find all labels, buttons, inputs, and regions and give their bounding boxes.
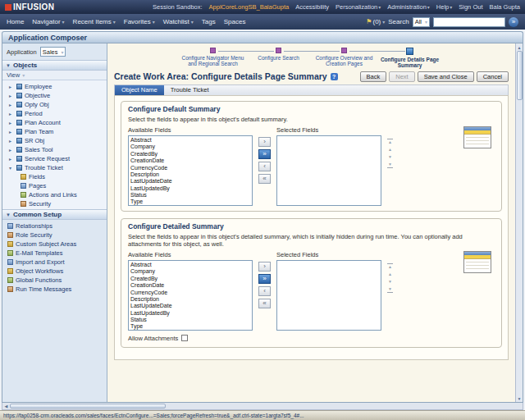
list-item[interactable]: Status — [130, 192, 250, 199]
tree-item-plan-account[interactable]: ▸Plan Account — [2, 118, 107, 127]
selected-fields-list[interactable] — [276, 135, 381, 206]
common-setup-relationships[interactable]: Relationships — [2, 221, 107, 231]
selected-fields-list[interactable] — [276, 260, 381, 331]
back-button[interactable]: Back — [360, 71, 387, 82]
expand-icon[interactable]: ▸ — [9, 120, 14, 126]
list-item[interactable]: CreatedBy — [130, 276, 250, 282]
move-up-button[interactable]: ▲ — [387, 272, 393, 277]
tree-item-security[interactable]: Security — [2, 199, 107, 208]
sign-out-link[interactable]: Sign Out — [459, 3, 482, 11]
scroll-up-icon[interactable]: ▲ — [518, 43, 522, 51]
tree-item-actions-and-links[interactable]: Actions and Links — [2, 190, 107, 199]
list-item[interactable]: LastUpdatedBy — [130, 185, 250, 192]
train-step-2[interactable]: Configure Search — [246, 48, 312, 61]
common-setup-run-time-messages[interactable]: Run Time Messages — [2, 285, 107, 294]
remove-all-button[interactable]: « — [258, 299, 271, 308]
remove-button[interactable]: ‹ — [258, 162, 271, 171]
nav-recent-items[interactable]: Recent Items▾ — [73, 18, 116, 25]
train-step-3[interactable]: Configure Overview and Creation Pages — [312, 48, 377, 67]
tree-item-sales-tool[interactable]: ▸Sales Tool — [2, 145, 107, 154]
nav-spaces[interactable]: Spaces — [224, 18, 246, 25]
list-item[interactable]: Abstract — [130, 262, 250, 268]
expand-icon[interactable]: ▸ — [9, 111, 14, 116]
list-item[interactable]: LastUpdateDate — [130, 303, 250, 309]
tree-item-trouble-ticket[interactable]: ▾Trouble Ticket — [2, 163, 107, 172]
move-top-button[interactable]: ▲ — [387, 263, 393, 270]
list-item[interactable]: Type — [130, 199, 250, 205]
session-sandbox-link[interactable]: ApplCoreLongSB_BalaGupta — [209, 3, 290, 11]
nav-tags[interactable]: Tags — [202, 18, 216, 25]
list-item[interactable]: LastUpdatedBy — [130, 310, 250, 317]
view-menu[interactable]: View▾ — [2, 71, 107, 80]
save-and-close-button[interactable]: Save and Close — [418, 71, 474, 82]
help-menu[interactable]: Help▾ — [436, 3, 452, 11]
vertical-scrollbar[interactable]: ▲ ▼ — [515, 43, 523, 402]
expand-icon[interactable]: ▸ — [9, 138, 14, 144]
personalization-menu[interactable]: Personalization▾ — [336, 3, 381, 11]
available-fields-list[interactable]: Abstract Company CreatedBy CreationDate … — [128, 135, 253, 206]
scroll-left-icon[interactable]: ◀ — [2, 404, 10, 409]
move-button[interactable]: › — [258, 262, 271, 272]
list-item[interactable]: CreationDate — [130, 282, 250, 289]
cancel-button[interactable]: Cancel — [477, 71, 509, 82]
common-setup-global-functions[interactable]: Global Functions — [2, 276, 107, 285]
nav-favorites[interactable]: Favorites▾ — [124, 18, 155, 25]
list-item[interactable]: Abstract — [130, 137, 250, 144]
train-step-4-current[interactable]: Configure Details Page Summary — [377, 48, 443, 69]
move-down-button[interactable]: ▼ — [387, 279, 393, 285]
common-setup-email-templates[interactable]: E-Mail Templates — [2, 249, 107, 258]
expand-icon[interactable]: ▸ — [9, 129, 14, 135]
list-item[interactable]: Status — [130, 317, 250, 323]
common-setup-panel-header[interactable]: ▼ Common Setup — [2, 209, 107, 220]
list-item[interactable]: Company — [130, 268, 250, 275]
available-fields-list[interactable]: Abstract Company CreatedBy CreationDate … — [128, 260, 253, 331]
tree-item-service-request[interactable]: ▸Service Request — [2, 154, 107, 163]
move-all-button[interactable]: » — [258, 149, 271, 159]
list-item[interactable]: Company — [130, 144, 250, 150]
administration-menu[interactable]: Administration▾ — [387, 3, 430, 11]
nav-home[interactable]: Home — [7, 18, 24, 25]
expand-icon[interactable]: ▸ — [9, 156, 14, 162]
list-item[interactable]: CreatedBy — [130, 151, 250, 158]
tree-item-opty-obj[interactable]: ▸Opty Obj — [2, 100, 107, 109]
list-item[interactable]: CurrencyCode — [130, 165, 250, 171]
allow-attachments-checkbox[interactable] — [181, 335, 188, 341]
list-item[interactable]: Description — [130, 296, 250, 303]
move-button[interactable]: › — [258, 137, 271, 147]
common-setup-import-export[interactable]: Import and Export — [2, 258, 107, 267]
accessibility-link[interactable]: Accessibility — [295, 3, 329, 11]
move-down-button[interactable]: ▼ — [387, 154, 393, 160]
next-button[interactable]: Next — [389, 71, 414, 82]
list-item[interactable]: CurrencyCode — [130, 290, 250, 296]
tree-item-pages[interactable]: Pages — [2, 181, 107, 190]
search-go-button[interactable]: » — [509, 17, 518, 27]
scrollbar-thumb[interactable] — [517, 51, 523, 100]
nav-watchlist[interactable]: Watchlist▾ — [163, 18, 194, 25]
expand-icon[interactable]: ▸ — [9, 102, 14, 107]
common-setup-role-security[interactable]: Role Security — [2, 231, 107, 240]
expand-icon[interactable]: ▸ — [9, 84, 14, 89]
tree-item-objective[interactable]: ▸Objective — [2, 91, 107, 100]
notifications-menu[interactable]: ⚑ (0) ▾ — [366, 18, 385, 25]
move-bottom-button[interactable]: ▼ — [387, 286, 393, 293]
help-icon[interactable]: ? — [331, 73, 338, 80]
tree-item-plan-team[interactable]: ▸Plan Team — [2, 127, 107, 136]
application-select[interactable]: Sales▾ — [40, 47, 66, 57]
tree-item-period[interactable]: ▸Period — [2, 109, 107, 118]
search-scope-select[interactable]: All▾ — [413, 17, 430, 27]
search-input[interactable] — [433, 17, 505, 27]
train-step-1[interactable]: Configure Navigator Menu and Regional Se… — [180, 48, 246, 67]
objects-panel-header[interactable]: ▼ Objects — [2, 60, 107, 71]
scroll-down-icon[interactable]: ▼ — [518, 395, 522, 402]
list-item[interactable]: Description — [130, 171, 250, 178]
common-setup-object-workflows[interactable]: Object Workflows — [2, 267, 107, 276]
common-setup-custom-subject-areas[interactable]: Custom Subject Areas — [2, 240, 107, 249]
move-top-button[interactable]: ▲ — [387, 139, 393, 145]
collapse-icon[interactable]: ▾ — [9, 165, 14, 171]
list-item[interactable]: CreationDate — [130, 158, 250, 164]
object-name-header[interactable]: Object Name — [115, 85, 164, 95]
move-all-button[interactable]: » — [258, 274, 271, 284]
tree-item-fields[interactable]: Fields — [2, 172, 107, 181]
tree-item-employee[interactable]: ▸Employee — [2, 82, 107, 91]
move-bottom-button[interactable]: ▼ — [387, 162, 393, 168]
